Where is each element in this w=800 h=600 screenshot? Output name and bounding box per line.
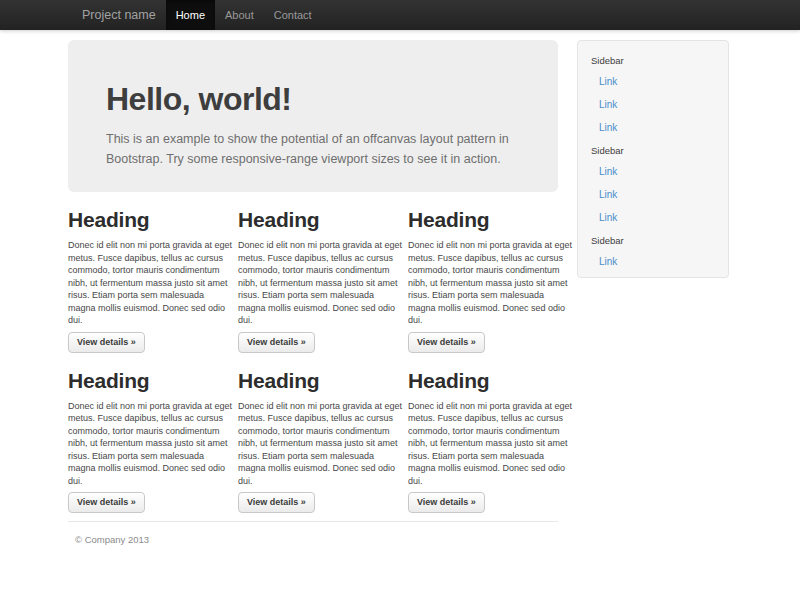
card-body-text: Donec id elit non mi porta gravida at eg… bbox=[238, 400, 404, 488]
navbar-inner: Project name HomeAboutContact bbox=[68, 0, 732, 30]
content-card: HeadingDonec id elit non mi porta gravid… bbox=[68, 353, 218, 514]
footer: © Company 2013 bbox=[68, 521, 558, 545]
card-heading: Heading bbox=[238, 368, 388, 394]
navbar: Project name HomeAboutContact bbox=[0, 0, 800, 30]
sidebar-group-title: Sidebar bbox=[578, 229, 728, 250]
jumbotron-lead: This is an example to show the potential… bbox=[106, 129, 520, 169]
nav-item-contact[interactable]: Contact bbox=[264, 0, 322, 30]
page-title: Hello, world! bbox=[106, 82, 520, 116]
nav-item-home[interactable]: Home bbox=[166, 0, 215, 30]
sidebar-link[interactable]: Link bbox=[578, 70, 728, 93]
sidebar-link[interactable]: Link bbox=[578, 183, 728, 206]
content-row: Hello, world! This is an example to show… bbox=[68, 30, 732, 545]
content-card: HeadingDonec id elit non mi porta gravid… bbox=[408, 192, 558, 353]
navbar-menu: HomeAboutContact bbox=[166, 0, 322, 30]
sidebar: SidebarLinkLinkLinkSidebarLinkLinkLinkSi… bbox=[577, 40, 729, 278]
sidebar-group-title: Sidebar bbox=[578, 49, 728, 70]
view-details-button[interactable]: View details » bbox=[68, 492, 145, 513]
cards-grid: HeadingDonec id elit non mi porta gravid… bbox=[68, 192, 558, 513]
sidebar-link[interactable]: Link bbox=[578, 206, 728, 229]
jumbotron: Hello, world! This is an example to show… bbox=[68, 40, 558, 192]
sidebar-link[interactable]: Link bbox=[578, 160, 728, 183]
nav-item-about[interactable]: About bbox=[215, 0, 264, 30]
card-heading: Heading bbox=[408, 207, 558, 233]
card-body-text: Donec id elit non mi porta gravida at eg… bbox=[238, 239, 404, 327]
content-card: HeadingDonec id elit non mi porta gravid… bbox=[408, 353, 558, 514]
main-column: Hello, world! This is an example to show… bbox=[68, 30, 558, 545]
sidebar-link[interactable]: Link bbox=[578, 116, 728, 139]
view-details-button[interactable]: View details » bbox=[238, 332, 315, 353]
sidebar-link[interactable]: Link bbox=[578, 250, 728, 273]
card-heading: Heading bbox=[408, 368, 558, 394]
page-container: Hello, world! This is an example to show… bbox=[68, 30, 732, 545]
card-body-text: Donec id elit non mi porta gravida at eg… bbox=[408, 400, 574, 488]
card-heading: Heading bbox=[68, 368, 218, 394]
card-body-text: Donec id elit non mi porta gravida at eg… bbox=[68, 400, 234, 488]
sidebar-link[interactable]: Link bbox=[578, 273, 728, 278]
card-heading: Heading bbox=[68, 207, 218, 233]
content-card: HeadingDonec id elit non mi porta gravid… bbox=[238, 192, 388, 353]
sidebar-group-title: Sidebar bbox=[578, 139, 728, 160]
card-body-text: Donec id elit non mi porta gravida at eg… bbox=[408, 239, 574, 327]
card-heading: Heading bbox=[238, 207, 388, 233]
copyright-text: © Company 2013 bbox=[68, 534, 558, 545]
view-details-button[interactable]: View details » bbox=[408, 492, 485, 513]
view-details-button[interactable]: View details » bbox=[238, 492, 315, 513]
footer-divider bbox=[68, 521, 558, 522]
sidebar-link[interactable]: Link bbox=[578, 93, 728, 116]
content-card: HeadingDonec id elit non mi porta gravid… bbox=[68, 192, 218, 353]
card-body-text: Donec id elit non mi porta gravida at eg… bbox=[68, 239, 234, 327]
content-card: HeadingDonec id elit non mi porta gravid… bbox=[238, 353, 388, 514]
brand[interactable]: Project name bbox=[68, 0, 166, 30]
view-details-button[interactable]: View details » bbox=[408, 332, 485, 353]
view-details-button[interactable]: View details » bbox=[68, 332, 145, 353]
